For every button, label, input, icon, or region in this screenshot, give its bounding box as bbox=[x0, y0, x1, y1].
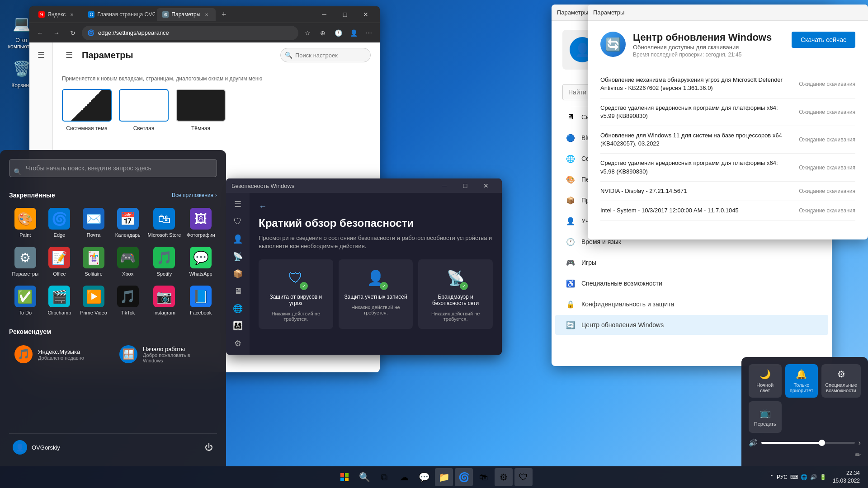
pinned-office[interactable]: 📝 Office bbox=[43, 243, 76, 280]
taskbar-widgets-button[interactable]: ☁ bbox=[395, 468, 413, 486]
theme-dark[interactable]: Тёмная bbox=[176, 89, 226, 131]
pinned-instagram[interactable]: 📷 Instagram bbox=[146, 282, 183, 319]
security-minimize[interactable]: ─ bbox=[434, 178, 455, 194]
forward-button[interactable]: → bbox=[49, 26, 64, 40]
sec-card-firewall[interactable]: 📡 ✓ Брандмауэр и безопасность сети Никак… bbox=[418, 259, 493, 329]
pinned-spotify[interactable]: 🎵 Spotify bbox=[146, 243, 183, 280]
network-icon[interactable]: 🌐 bbox=[801, 474, 807, 480]
firewall-card-icon: 📡 ✓ bbox=[444, 267, 467, 289]
update-1-status: Ожидание скачивания bbox=[799, 81, 855, 87]
download-now-button[interactable]: Скачать сейчас bbox=[792, 32, 855, 48]
sidebar-home-icon[interactable]: ☰ bbox=[32, 46, 50, 64]
nav-accessibility[interactable]: ♿ Специальные возможности bbox=[555, 273, 828, 293]
taskbar-explorer-button[interactable]: 📁 bbox=[435, 468, 453, 486]
volume-slider-thumb[interactable] bbox=[819, 440, 825, 446]
taskbar-settings-button[interactable]: ⚙ bbox=[495, 468, 513, 486]
new-tab-button[interactable]: + bbox=[217, 8, 230, 21]
sound-icon[interactable]: 🔊 bbox=[810, 474, 817, 480]
profile-button[interactable]: 👤 bbox=[346, 26, 361, 40]
pinned-edge[interactable]: 🌀 Edge bbox=[43, 204, 76, 241]
pinned-paint[interactable]: 🎨 Paint bbox=[9, 204, 42, 241]
history-button[interactable]: 🕐 bbox=[331, 26, 345, 40]
pinned-photos[interactable]: 🖼 Фотографии bbox=[184, 204, 217, 241]
taskbar-start-button[interactable] bbox=[335, 468, 354, 486]
language-indicator[interactable]: РУС bbox=[777, 474, 788, 480]
sec-nav-app[interactable]: 📦 bbox=[229, 266, 247, 282]
see-all-apps-button[interactable]: Все приложения › bbox=[172, 192, 217, 198]
sec-nav-shield[interactable]: 🛡 bbox=[229, 214, 247, 229]
menu-button[interactable]: ⋯ bbox=[362, 26, 376, 40]
sec-nav-family[interactable]: 👨‍👩‍👧 bbox=[229, 318, 247, 333]
sec-nav-wifi[interactable]: 📡 bbox=[229, 249, 247, 264]
refresh-button[interactable]: ↻ bbox=[66, 26, 80, 40]
pinned-solitaire[interactable]: 🃏 Solitaire bbox=[77, 243, 110, 280]
close-button[interactable]: ✕ bbox=[355, 6, 376, 23]
theme-light[interactable]: Светлая bbox=[119, 89, 169, 131]
nav-privacy[interactable]: 🔒 Конфиденциальность и защита bbox=[555, 294, 828, 314]
sec-nav-history[interactable]: ⚙ bbox=[229, 336, 247, 351]
taskbar-edge-button[interactable]: 🌀 bbox=[455, 468, 473, 486]
pinned-whatsapp[interactable]: 💬 WhatsApp bbox=[184, 243, 217, 280]
rec-start-work[interactable]: 🪟 Начало работы Добро пожаловать в Windo… bbox=[114, 341, 217, 368]
tab-ovgorsky[interactable]: O Главная страница OVGorskiy ✕ bbox=[83, 8, 155, 21]
taskbar-taskview-button[interactable]: ⧉ bbox=[375, 468, 393, 486]
settings-tab-close[interactable]: ✕ bbox=[203, 11, 210, 18]
start-search-input[interactable] bbox=[9, 159, 217, 177]
qs-edit-button[interactable]: ✏ bbox=[855, 450, 861, 459]
pinned-calendar[interactable]: 📅 Календарь bbox=[112, 204, 144, 241]
taskbar-search-button[interactable]: 🔍 bbox=[355, 468, 373, 486]
battery-icon[interactable]: 🔋 bbox=[820, 474, 826, 480]
qs-priority[interactable]: 🔔 Только приоритет bbox=[785, 364, 818, 398]
pinned-prime[interactable]: ▶️ Prime Video bbox=[77, 282, 110, 319]
security-back-button[interactable]: ← bbox=[259, 202, 493, 211]
sec-card-accounts[interactable]: 👤 ✓ Защита учетных записей Никаких дейст… bbox=[339, 259, 413, 329]
keyboard-icon[interactable]: ⌨ bbox=[790, 474, 798, 480]
pinned-settings[interactable]: ⚙ Параметры bbox=[9, 243, 42, 280]
power-button[interactable]: ⏻ bbox=[201, 439, 217, 455]
tab-settings[interactable]: ⚙ Параметры ✕ bbox=[157, 8, 216, 21]
pinned-todo[interactable]: ✅ To Do bbox=[9, 282, 42, 319]
taskbar-teams-button[interactable]: 💬 bbox=[415, 468, 433, 486]
sec-nav-device[interactable]: 🖥 bbox=[229, 283, 247, 299]
security-maximize[interactable]: □ bbox=[455, 178, 476, 194]
address-bar[interactable]: 🌀 edge://settings/appearance bbox=[82, 26, 298, 40]
sec-nav-browser[interactable]: 🌐 bbox=[229, 301, 247, 316]
taskbar-security-button[interactable]: 🛡 bbox=[514, 468, 533, 486]
back-button[interactable]: ← bbox=[33, 26, 47, 40]
qs-night-light[interactable]: 🌙 Ночной свет bbox=[749, 364, 782, 398]
volume-forward-icon[interactable]: › bbox=[859, 439, 861, 447]
ovgorsky-favicon: O bbox=[88, 11, 94, 18]
tray-up-arrow[interactable]: ⌃ bbox=[769, 474, 774, 480]
pinned-clipchamp[interactable]: 🎬 Clipchamp bbox=[43, 282, 76, 319]
time-display[interactable]: 22:34 15.03.2022 bbox=[830, 469, 863, 486]
start-user-button[interactable]: 👤 OVGorskiy bbox=[9, 437, 64, 457]
nav-update[interactable]: 🔄 Центр обновления Windows bbox=[555, 315, 828, 335]
personalization-nav-icon: 🎨 bbox=[566, 175, 575, 184]
pinned-tiktok[interactable]: 🎵 TikTok bbox=[112, 282, 144, 319]
taskbar-store-button[interactable]: 🛍 bbox=[475, 468, 493, 486]
favorites-button[interactable]: ☆ bbox=[300, 26, 315, 40]
tab-yandex[interactable]: Я Яндекс ✕ bbox=[33, 8, 81, 21]
minimize-button[interactable]: ─ bbox=[314, 6, 335, 23]
pinned-mail[interactable]: ✉️ Почта bbox=[77, 204, 110, 241]
pinned-facebook[interactable]: 📘 Facebook bbox=[184, 282, 217, 319]
rec-yandex-music[interactable]: 🎵 Яндекс.Музыка Добавлено недавно bbox=[9, 341, 112, 368]
collections-button[interactable]: ⊕ bbox=[316, 26, 330, 40]
sec-nav-home[interactable]: ☰ bbox=[229, 197, 247, 212]
settings-search-input[interactable] bbox=[280, 48, 371, 62]
maximize-button[interactable]: □ bbox=[335, 6, 355, 23]
nav-gaming[interactable]: 🎮 Игры bbox=[555, 253, 828, 272]
sec-nav-user[interactable]: 👤 bbox=[229, 231, 247, 247]
pinned-xbox[interactable]: 🎮 Xbox bbox=[112, 243, 144, 280]
qs-accessibility[interactable]: ⚙ Специальные возможности bbox=[821, 364, 861, 398]
qs-cast[interactable]: 📺 Передать bbox=[749, 401, 782, 433]
settings-menu-button[interactable]: ☰ bbox=[62, 48, 76, 62]
sec-card-virus[interactable]: 🛡 ✓ Защита от вирусов и угроз Никаких де… bbox=[259, 259, 333, 329]
svg-rect-0 bbox=[340, 473, 344, 477]
theme-system[interactable]: Системная тема bbox=[62, 89, 112, 131]
yandex-music-icon: 🎵 bbox=[14, 345, 33, 363]
yandex-tab-close[interactable]: ✕ bbox=[68, 11, 75, 18]
pinned-ms-store[interactable]: 🛍 Microsoft Store bbox=[146, 204, 183, 241]
volume-slider[interactable] bbox=[761, 442, 855, 444]
security-close[interactable]: ✕ bbox=[476, 178, 496, 194]
